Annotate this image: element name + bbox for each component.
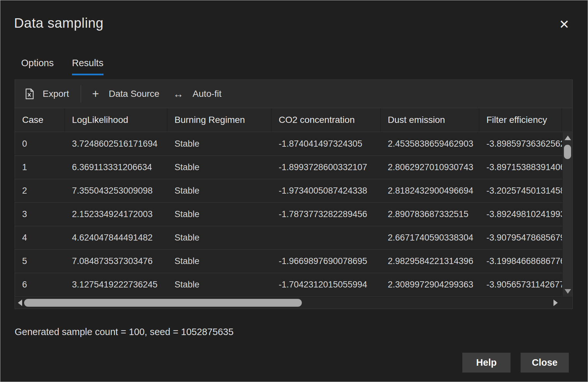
column-header-filler: [562, 108, 572, 132]
cell-case[interactable]: 6: [15, 273, 65, 296]
column-header-burning-regimen[interactable]: Burning Regimen: [167, 108, 272, 132]
cell-dust-emission[interactable]: 2.8062927010930743: [381, 156, 479, 179]
cell-loglikelihood[interactable]: 2.152334924172003: [65, 203, 167, 226]
table-row[interactable]: 16.369113331206634Stable-1.8993728600332…: [15, 156, 562, 179]
column-header-filter-efficiency[interactable]: Filter efficiency: [479, 108, 562, 132]
results-toolbar: Export + Data Source ↔ Auto-fit: [15, 80, 573, 108]
cell-burning-regimen[interactable]: Stable: [167, 132, 272, 155]
export-button[interactable]: Export: [25, 88, 69, 99]
cell-filter-efficiency[interactable]: -3.2025745013145868: [479, 179, 562, 202]
autofit-button[interactable]: ↔ Auto-fit: [173, 88, 222, 100]
scroll-down-arrow-icon[interactable]: [565, 289, 571, 294]
cell-burning-regimen[interactable]: Stable: [167, 250, 272, 273]
excel-file-icon: [25, 88, 34, 99]
help-button[interactable]: Help: [462, 353, 511, 373]
close-button[interactable]: Close: [521, 353, 569, 373]
cell-loglikelihood[interactable]: 7.355043253009098: [65, 179, 167, 202]
close-icon[interactable]: ✕: [556, 16, 573, 33]
table-body: 03.7248602516171694Stable-1.874041497324…: [15, 132, 562, 297]
column-header-co2-concentration[interactable]: CO2 concentration: [272, 108, 381, 132]
column-header-case[interactable]: Case: [15, 108, 65, 132]
cell-co2-concentration[interactable]: -1.7042312015055994: [272, 273, 381, 296]
scroll-left-arrow-icon[interactable]: [18, 300, 22, 306]
results-table: CaseLogLikelihoodBurning RegimenCO2 conc…: [15, 108, 573, 309]
table-row[interactable]: 03.7248602516171694Stable-1.874041497324…: [15, 132, 562, 156]
data-source-button[interactable]: + Data Source: [92, 87, 160, 101]
toolbar-separator: [81, 85, 81, 102]
cell-dust-emission[interactable]: 2.6671740590338304: [381, 226, 479, 249]
cell-filter-efficiency[interactable]: -3.9079547868567928: [479, 226, 562, 249]
vertical-scrollbar[interactable]: [562, 132, 572, 297]
cell-case[interactable]: 0: [15, 132, 65, 155]
status-text: Generated sample count = 100, seed = 105…: [15, 327, 233, 337]
cell-dust-emission[interactable]: 2.9829584221314396: [381, 250, 479, 273]
cell-burning-regimen[interactable]: Stable: [167, 203, 272, 226]
cell-loglikelihood[interactable]: 6.369113331206634: [65, 156, 167, 179]
left-right-arrow-icon: ↔: [173, 88, 184, 100]
column-header-loglikelihood[interactable]: LogLikelihood: [65, 108, 167, 132]
table-row[interactable]: 44.624047844491482Stable2.66717405903383…: [15, 226, 562, 250]
data-source-label: Data Source: [109, 89, 160, 99]
cell-loglikelihood[interactable]: 4.624047844491482: [65, 226, 167, 249]
column-header-dust-emission[interactable]: Dust emission: [381, 108, 479, 132]
export-label: Export: [43, 89, 69, 99]
tab-bar: Options Results: [21, 58, 104, 75]
horizontal-scrollbar[interactable]: [15, 297, 573, 309]
cell-co2-concentration[interactable]: -1.7873773282289456: [272, 203, 381, 226]
scroll-right-arrow-icon[interactable]: [553, 300, 558, 306]
autofit-label: Auto-fit: [193, 89, 222, 99]
tab-results[interactable]: Results: [72, 58, 104, 75]
scroll-up-arrow-icon[interactable]: [565, 136, 571, 140]
cell-dust-emission[interactable]: 2.4535838659462903: [381, 132, 479, 155]
table-row[interactable]: 32.152334924172003Stable-1.7873773282289…: [15, 203, 562, 226]
cell-filter-efficiency[interactable]: -3.8971538839140628: [479, 156, 562, 179]
cell-loglikelihood[interactable]: 3.7248602516171694: [65, 132, 167, 155]
cell-co2-concentration[interactable]: -1.874041497324305: [272, 132, 381, 155]
cell-burning-regimen[interactable]: Stable: [167, 226, 272, 249]
cell-filter-efficiency[interactable]: -3.8985973636256218: [479, 132, 562, 155]
table-header-row: CaseLogLikelihoodBurning RegimenCO2 conc…: [15, 108, 572, 132]
dialog-title: Data sampling: [14, 15, 104, 31]
vertical-scrollbar-thumb[interactable]: [564, 145, 571, 159]
tab-options[interactable]: Options: [21, 58, 54, 75]
cell-filter-efficiency[interactable]: -3.9056573114267728: [479, 273, 562, 296]
cell-filter-efficiency[interactable]: -3.8924981024199368: [479, 203, 562, 226]
cell-case[interactable]: 1: [15, 156, 65, 179]
cell-case[interactable]: 4: [15, 226, 65, 249]
cell-case[interactable]: 3: [15, 203, 65, 226]
cell-co2-concentration[interactable]: -1.8993728600332107: [272, 156, 381, 179]
cell-co2-concentration[interactable]: -1.9734005087424338: [272, 179, 381, 202]
cell-dust-emission[interactable]: 2.3089972904299363: [381, 273, 479, 296]
table-row[interactable]: 63.1275419222736245Stable-1.704231201505…: [15, 273, 562, 297]
table-row[interactable]: 27.355043253009098Stable-1.9734005087424…: [15, 179, 562, 203]
cell-loglikelihood[interactable]: 7.084873537303476: [65, 250, 167, 273]
cell-case[interactable]: 5: [15, 250, 65, 273]
plus-icon: +: [92, 87, 99, 101]
cell-filter-efficiency[interactable]: -3.1998466868677638: [479, 250, 562, 273]
cell-co2-concentration[interactable]: -1.9669897690078695: [272, 250, 381, 273]
horizontal-scrollbar-thumb[interactable]: [24, 299, 302, 307]
cell-burning-regimen[interactable]: Stable: [167, 179, 272, 202]
cell-loglikelihood[interactable]: 3.1275419222736245: [65, 273, 167, 296]
cell-dust-emission[interactable]: 2.8182432900496694: [381, 179, 479, 202]
cell-dust-emission[interactable]: 2.890783687332515: [381, 203, 479, 226]
table-row[interactable]: 57.084873537303476Stable-1.9669897690078…: [15, 250, 562, 273]
cell-burning-regimen[interactable]: Stable: [167, 273, 272, 296]
cell-co2-concentration[interactable]: [272, 226, 381, 249]
cell-case[interactable]: 2: [15, 179, 65, 202]
cell-burning-regimen[interactable]: Stable: [167, 156, 272, 179]
